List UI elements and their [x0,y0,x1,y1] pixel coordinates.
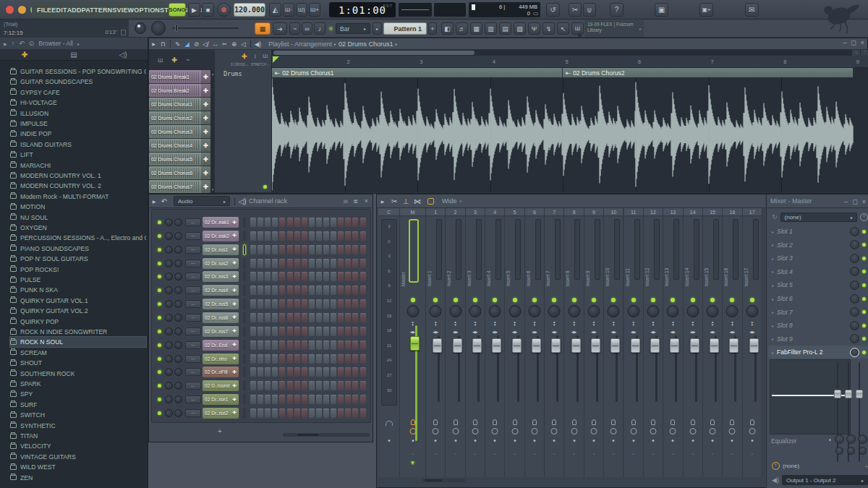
pan-knob[interactable] [587,305,600,317]
step-cell[interactable] [265,299,271,309]
mixer-h-scrollbar[interactable] [422,479,465,482]
move-handle-icon[interactable]: ✚ [201,153,210,166]
track-activity-led[interactable] [263,185,267,189]
mixer-track-11[interactable]: 11Insert 11▲ ▼◀▶⌃ [624,208,644,477]
route-up-icon[interactable]: ⌃ [691,453,694,458]
step-cell[interactable] [352,381,358,390]
pan-knob[interactable] [647,305,660,317]
playback-tool-icon[interactable]: ◁ [239,39,248,49]
swap-updown-icon[interactable]: ▲ ▼ [474,321,477,327]
step-cell[interactable] [294,313,300,322]
browser-item[interactable]: QUIRKY GUITAR VOL.1 [10,296,146,306]
channel-selector[interactable] [243,354,246,364]
step-cell[interactable] [302,354,307,364]
pan-knob[interactable] [548,305,561,317]
latch-icon[interactable] [552,419,556,425]
step-cell[interactable] [302,272,307,281]
step-cell[interactable] [316,231,322,241]
menu-item-edit[interactable]: EDIT [51,7,67,14]
browser-item[interactable]: POP N' SOUL GUITARS [10,254,146,264]
track-enable-led[interactable] [691,298,695,302]
step-cell[interactable] [272,231,278,241]
fx-mix-knob[interactable] [850,294,859,304]
timeline-ruler[interactable]: 23456789 [272,56,868,68]
close-icon[interactable]: × [862,198,866,205]
step-cell[interactable] [279,395,285,404]
cut-icon[interactable]: ✂ [569,3,582,17]
swap-updown-icon[interactable]: ▲ ▼ [533,321,536,327]
browser-item[interactable]: PIANO SOUNDSCAPES [10,244,146,254]
add-channel-button[interactable]: + [216,427,224,436]
preview-speaker-icon[interactable]: ◀) [253,39,263,49]
step-cell[interactable] [265,313,271,322]
browser-item[interactable]: MARIACHI [10,160,146,171]
swap-updown-icon[interactable]: ▲ ▼ [553,321,556,327]
pan-knob[interactable] [469,305,481,317]
browser-item[interactable]: GYPSY CAFE [10,87,146,98]
record-arm-icon[interactable] [650,428,657,435]
step-cell[interactable] [258,341,263,350]
channel-pan-knob[interactable] [165,286,173,294]
step-cell[interactable] [287,381,293,390]
fx-plugin-name[interactable]: FabFilter Pro-L 2 [777,348,847,356]
close-window-button[interactable] [6,6,14,14]
step-cell[interactable] [360,341,366,350]
channel-target-selector[interactable]: — [185,246,201,254]
fx-slot[interactable]: ▸Slot 3 [768,252,868,265]
channel-selector[interactable] [243,299,246,309]
browser-item[interactable]: HI-VOLTAGE [10,98,146,108]
browser-item[interactable]: GUITAR SESSIONS - POP SONGWRITING GUITAR… [10,67,146,77]
eq-freq3-knob[interactable] [859,447,867,455]
step-cell[interactable] [338,286,344,295]
scrollbar-thumb[interactable] [425,479,442,481]
fx-mix-knob[interactable] [850,321,859,330]
picker-move-icon[interactable]: ✚ [171,56,177,64]
step-cell[interactable] [258,354,263,364]
play-button[interactable]: ▶ [188,3,200,17]
shuffle-slider[interactable] [172,27,239,29]
eq-band1-knob[interactable] [835,435,844,444]
stop-button[interactable]: ■ [202,3,214,17]
fx-slot[interactable]: ▸Slot 6 [768,292,868,305]
chat-icon[interactable]: ✉ [745,3,759,17]
step-cell[interactable] [250,286,256,295]
step-cell[interactable] [352,231,358,241]
step-cell[interactable] [272,354,278,364]
browser-item[interactable]: WILD WEST [10,462,146,472]
add-pattern-button[interactable]: + [428,22,437,35]
channel-volume-knob[interactable] [174,328,182,335]
track-enable-led[interactable] [750,298,754,302]
browser-item[interactable]: SOUTHERN ROCK [10,369,146,379]
step-cell[interactable] [345,245,351,254]
channel-button[interactable]: 02 Dr..rus4✚ [203,285,239,296]
preset-arrow-icon[interactable]: ↻ [772,213,778,221]
step-cell[interactable] [323,218,329,227]
step-cell[interactable] [279,327,285,336]
step-cell[interactable] [287,408,293,418]
channel-enable-led[interactable] [158,221,161,224]
eq-freq1-knob[interactable] [835,447,843,455]
step-cell[interactable] [352,408,358,418]
step-cell[interactable] [338,272,344,281]
slice-tool-icon[interactable]: ✂ [220,39,229,49]
step-cell[interactable] [360,245,366,254]
move-handle-icon[interactable]: ✚ [201,70,210,83]
channel-volume-knob[interactable] [174,395,182,403]
step-cell[interactable] [352,367,358,377]
mixer-column-current[interactable]: C3036912151821242730 [378,208,400,477]
close-icon[interactable]: × [365,197,368,205]
step-cell[interactable] [352,327,358,336]
browser-item[interactable]: ROCK N INDIE SONGWRITER [10,327,146,337]
minimize-icon[interactable]: – [843,39,846,46]
channel-target-selector[interactable]: — [185,409,201,417]
menu-arrow-icon[interactable]: ▶ [149,39,158,49]
swap-updown-icon[interactable]: ▲ ▼ [751,321,754,327]
channel-target-selector[interactable]: — [185,232,201,240]
pan-knob[interactable] [509,305,521,317]
channel-volume-knob[interactable] [174,368,182,376]
undo-icon[interactable]: ↶ [159,197,169,205]
step-cell[interactable] [302,381,307,390]
record-arm-icon[interactable] [689,428,696,435]
pan-knob[interactable] [726,305,739,317]
step-cell[interactable] [345,272,351,281]
